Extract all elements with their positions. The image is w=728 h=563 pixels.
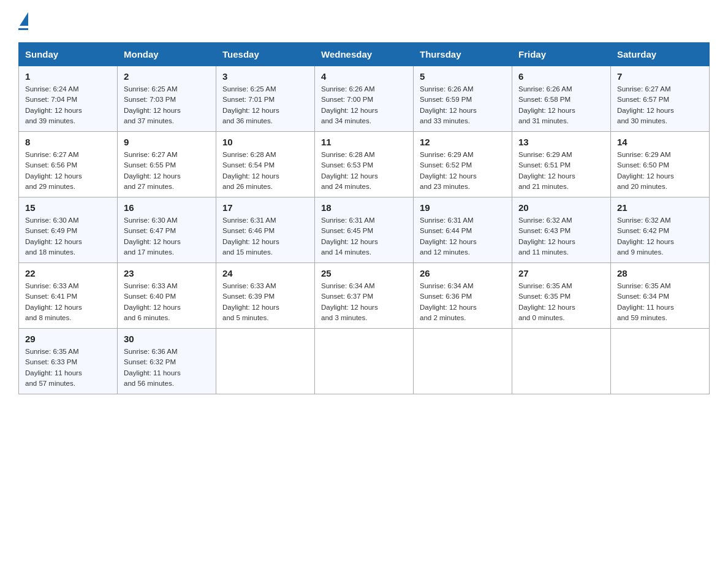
day-number: 1 [25,71,111,82]
day-number: 26 [420,268,506,278]
calendar-cell: 7Sunrise: 6:27 AMSunset: 6:57 PMDaylight… [611,66,710,132]
logo [18,12,28,30]
day-number: 3 [222,71,308,82]
calendar-cell: 9Sunrise: 6:27 AMSunset: 6:55 PMDaylight… [118,132,216,197]
day-info: Sunrise: 6:32 AMSunset: 6:42 PMDaylight:… [617,215,703,258]
day-info: Sunrise: 6:26 AMSunset: 7:00 PMDaylight:… [321,84,407,126]
calendar-cell: 8Sunrise: 6:27 AMSunset: 6:56 PMDaylight… [19,132,118,197]
day-number: 20 [518,202,604,213]
day-number: 27 [518,268,604,278]
calendar-cell [414,329,512,394]
calendar-cell: 5Sunrise: 6:26 AMSunset: 6:59 PMDaylight… [414,66,512,132]
calendar-cell: 20Sunrise: 6:32 AMSunset: 6:43 PMDayligh… [512,197,611,263]
day-number: 21 [617,202,703,213]
day-number: 9 [124,137,210,147]
day-info: Sunrise: 6:33 AMSunset: 6:40 PMDaylight:… [124,281,210,323]
day-info: Sunrise: 6:27 AMSunset: 6:55 PMDaylight:… [124,150,210,192]
day-header-thursday: Thursday [414,43,512,66]
day-number: 10 [222,137,308,147]
calendar-cell: 29Sunrise: 6:35 AMSunset: 6:33 PMDayligh… [19,329,118,394]
day-number: 22 [25,268,111,278]
day-header-sunday: Sunday [19,43,118,66]
day-number: 24 [222,268,308,278]
calendar-cell [216,329,315,394]
calendar-table: SundayMondayTuesdayWednesdayThursdayFrid… [18,42,710,394]
calendar-week-row: 22Sunrise: 6:33 AMSunset: 6:41 PMDayligh… [19,263,710,329]
day-info: Sunrise: 6:25 AMSunset: 7:03 PMDaylight:… [124,84,210,126]
calendar-cell: 30Sunrise: 6:36 AMSunset: 6:32 PMDayligh… [118,329,216,394]
calendar-cell: 22Sunrise: 6:33 AMSunset: 6:41 PMDayligh… [19,263,118,329]
day-info: Sunrise: 6:26 AMSunset: 6:59 PMDaylight:… [420,84,506,126]
day-info: Sunrise: 6:28 AMSunset: 6:53 PMDaylight:… [321,150,407,192]
calendar-cell: 26Sunrise: 6:34 AMSunset: 6:36 PMDayligh… [414,263,512,329]
calendar-week-row: 29Sunrise: 6:35 AMSunset: 6:33 PMDayligh… [19,329,710,394]
day-number: 29 [25,334,111,344]
page-header [18,12,710,30]
day-info: Sunrise: 6:34 AMSunset: 6:37 PMDaylight:… [321,281,407,323]
calendar-cell: 11Sunrise: 6:28 AMSunset: 6:53 PMDayligh… [315,132,414,197]
day-number: 18 [321,202,407,213]
day-number: 13 [518,137,604,147]
calendar-week-row: 15Sunrise: 6:30 AMSunset: 6:49 PMDayligh… [19,197,710,263]
calendar-header-row: SundayMondayTuesdayWednesdayThursdayFrid… [19,43,710,66]
day-number: 2 [124,71,210,82]
day-number: 14 [617,137,703,147]
day-header-saturday: Saturday [611,43,710,66]
day-info: Sunrise: 6:30 AMSunset: 6:47 PMDaylight:… [124,215,210,258]
calendar-cell [611,329,710,394]
day-number: 17 [222,202,308,213]
calendar-cell: 1Sunrise: 6:24 AMSunset: 7:04 PMDaylight… [19,66,118,132]
day-info: Sunrise: 6:31 AMSunset: 6:46 PMDaylight:… [222,215,308,258]
calendar-cell: 12Sunrise: 6:29 AMSunset: 6:52 PMDayligh… [414,132,512,197]
day-header-monday: Monday [118,43,216,66]
day-info: Sunrise: 6:34 AMSunset: 6:36 PMDaylight:… [420,281,506,323]
day-info: Sunrise: 6:31 AMSunset: 6:45 PMDaylight:… [321,215,407,258]
day-info: Sunrise: 6:32 AMSunset: 6:43 PMDaylight:… [518,215,604,258]
calendar-cell: 2Sunrise: 6:25 AMSunset: 7:03 PMDaylight… [118,66,216,132]
day-number: 30 [124,334,210,344]
day-header-tuesday: Tuesday [216,43,315,66]
day-number: 11 [321,137,407,147]
calendar-cell: 24Sunrise: 6:33 AMSunset: 6:39 PMDayligh… [216,263,315,329]
calendar-cell: 10Sunrise: 6:28 AMSunset: 6:54 PMDayligh… [216,132,315,197]
day-info: Sunrise: 6:33 AMSunset: 6:39 PMDaylight:… [222,281,308,323]
calendar-cell: 14Sunrise: 6:29 AMSunset: 6:50 PMDayligh… [611,132,710,197]
calendar-cell [512,329,611,394]
day-info: Sunrise: 6:27 AMSunset: 6:57 PMDaylight:… [617,84,703,126]
calendar-cell: 25Sunrise: 6:34 AMSunset: 6:37 PMDayligh… [315,263,414,329]
day-number: 5 [420,71,506,82]
day-info: Sunrise: 6:25 AMSunset: 7:01 PMDaylight:… [222,84,308,126]
day-info: Sunrise: 6:29 AMSunset: 6:52 PMDaylight:… [420,150,506,192]
calendar-cell: 16Sunrise: 6:30 AMSunset: 6:47 PMDayligh… [118,197,216,263]
calendar-week-row: 8Sunrise: 6:27 AMSunset: 6:56 PMDaylight… [19,132,710,197]
day-info: Sunrise: 6:28 AMSunset: 6:54 PMDaylight:… [222,150,308,192]
day-info: Sunrise: 6:35 AMSunset: 6:33 PMDaylight:… [25,347,111,389]
calendar-cell: 21Sunrise: 6:32 AMSunset: 6:42 PMDayligh… [611,197,710,263]
day-info: Sunrise: 6:27 AMSunset: 6:56 PMDaylight:… [25,150,111,192]
calendar-cell: 13Sunrise: 6:29 AMSunset: 6:51 PMDayligh… [512,132,611,197]
calendar-cell: 6Sunrise: 6:26 AMSunset: 6:58 PMDaylight… [512,66,611,132]
day-number: 25 [321,268,407,278]
day-number: 12 [420,137,506,147]
day-info: Sunrise: 6:24 AMSunset: 7:04 PMDaylight:… [25,84,111,126]
day-info: Sunrise: 6:29 AMSunset: 6:50 PMDaylight:… [617,150,703,192]
calendar-cell: 27Sunrise: 6:35 AMSunset: 6:35 PMDayligh… [512,263,611,329]
day-info: Sunrise: 6:29 AMSunset: 6:51 PMDaylight:… [518,150,604,192]
day-header-wednesday: Wednesday [315,43,414,66]
day-info: Sunrise: 6:35 AMSunset: 6:35 PMDaylight:… [518,281,604,323]
calendar-cell: 19Sunrise: 6:31 AMSunset: 6:44 PMDayligh… [414,197,512,263]
calendar-cell: 28Sunrise: 6:35 AMSunset: 6:34 PMDayligh… [611,263,710,329]
calendar-cell: 15Sunrise: 6:30 AMSunset: 6:49 PMDayligh… [19,197,118,263]
logo-triangle-icon [20,12,28,26]
day-info: Sunrise: 6:26 AMSunset: 6:58 PMDaylight:… [518,84,604,126]
day-number: 19 [420,202,506,213]
day-info: Sunrise: 6:33 AMSunset: 6:41 PMDaylight:… [25,281,111,323]
calendar-week-row: 1Sunrise: 6:24 AMSunset: 7:04 PMDaylight… [19,66,710,132]
logo-underline [18,28,28,30]
day-number: 7 [617,71,703,82]
day-number: 15 [25,202,111,213]
day-info: Sunrise: 6:30 AMSunset: 6:49 PMDaylight:… [25,215,111,258]
day-number: 8 [25,137,111,147]
day-info: Sunrise: 6:35 AMSunset: 6:34 PMDaylight:… [617,281,703,323]
day-number: 23 [124,268,210,278]
